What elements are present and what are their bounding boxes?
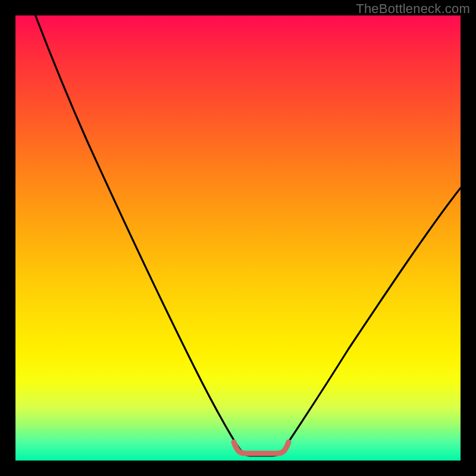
flat-minimum-marker xyxy=(234,442,289,453)
curve-path xyxy=(15,15,461,456)
bottleneck-curve xyxy=(15,15,461,461)
plot-area xyxy=(15,15,461,461)
chart-frame: TheBottleneck.com xyxy=(0,0,476,476)
watermark-text: TheBottleneck.com xyxy=(356,1,470,17)
